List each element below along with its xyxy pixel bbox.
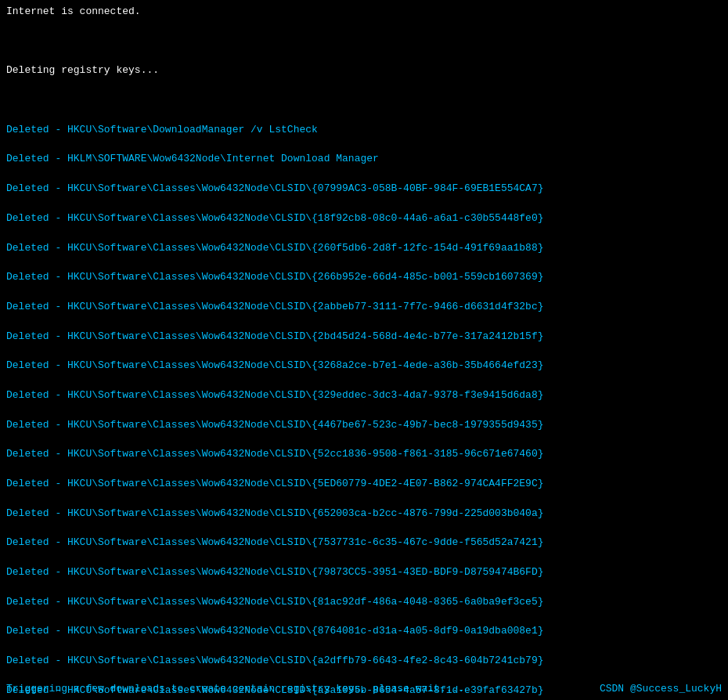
output-line: Deleted - HKCU\Software\Classes\Wow6432N…: [6, 447, 722, 462]
output-line: Deleted - HKCU\Software\Classes\Wow6432N…: [6, 241, 722, 256]
output-line: Deleted - HKCU\Software\Classes\Wow6432N…: [6, 595, 722, 610]
output-line: [6, 34, 722, 49]
output-line: Deleted - HKCU\Software\Classes\Wow6432N…: [6, 507, 722, 521]
output-line: Deleted - HKCU\Software\Classes\Wow6432N…: [6, 536, 722, 550]
output-lines: Internet is connected. Deleting registry…: [6, 5, 722, 700]
output-line: Deleted - HKCU\Software\Classes\Wow6432N…: [6, 418, 722, 433]
output-line: Deleted - HKCU\Software\Classes\Wow6432N…: [6, 565, 722, 580]
output-line: [6, 93, 722, 108]
status-line: Triggering a few downloads to create cer…: [6, 682, 464, 697]
output-line: Deleted - HKCU\Software\Classes\Wow6432N…: [6, 270, 722, 285]
output-line: Deleted - HKCU\Software\DownloadManager …: [6, 123, 722, 138]
output-line: Deleted - HKLM\SOFTWARE\Wow6432Node\Inte…: [6, 152, 722, 167]
output-line: Deleted - HKCU\Software\Classes\Wow6432N…: [6, 359, 722, 373]
output-line: Deleting registry keys...: [6, 63, 722, 78]
output-line: Deleted - HKCU\Software\Classes\Wow6432N…: [6, 388, 722, 403]
output-line: Deleted - HKCU\Software\Classes\Wow6432N…: [6, 654, 722, 669]
output-line: Deleted - HKCU\Software\Classes\Wow6432N…: [6, 211, 722, 226]
output-line: Deleted - HKCU\Software\Classes\Wow6432N…: [6, 624, 722, 639]
watermark-text: CSDN @Success_LuckyH: [600, 682, 722, 697]
output-line: Deleted - HKCU\Software\Classes\Wow6432N…: [6, 300, 722, 315]
output-line: Internet is connected.: [6, 5, 722, 20]
output-line: Deleted - HKCU\Software\Classes\Wow6432N…: [6, 182, 722, 197]
terminal-window: Internet is connected. Deleting registry…: [0, 0, 728, 700]
output-line: Deleted - HKCU\Software\Classes\Wow6432N…: [6, 330, 722, 345]
output-line: Deleted - HKCU\Software\Classes\Wow6432N…: [6, 477, 722, 492]
